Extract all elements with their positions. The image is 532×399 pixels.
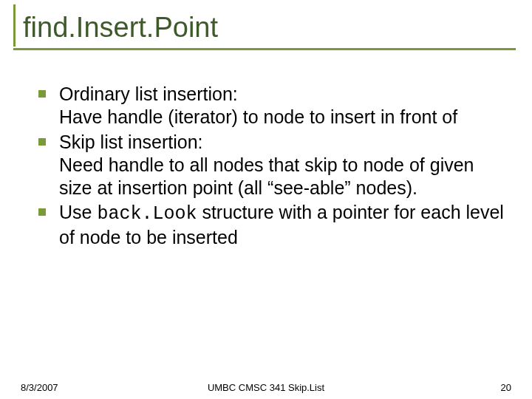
bullet-text: Skip list insertion: Need handle to all … (59, 131, 504, 200)
bullet-item: Skip list insertion: Need handle to all … (38, 131, 504, 200)
bullet-text: Use back.Look structure with a pointer f… (59, 201, 504, 249)
bullet-item: Ordinary list insertion: Have handle (it… (38, 83, 504, 129)
content-area: Ordinary list insertion: Have handle (it… (38, 83, 504, 249)
bullet-pre: Use (59, 202, 97, 222)
slide: find.Insert.Point Ordinary list insertio… (0, 4, 532, 399)
bullet-icon (38, 208, 46, 216)
footer-center: UMBC CMSC 341 Skip.List (0, 382, 532, 393)
bullet-head: Skip list insertion: (59, 132, 203, 152)
bullet-body-text: Have handle (iterator) to node to insert… (59, 106, 457, 127)
footer: 8/3/2007 UMBC CMSC 341 Skip.List 20 (0, 382, 532, 393)
bullet-icon (38, 138, 46, 146)
bullet-icon (38, 90, 46, 98)
title-container: find.Insert.Point (13, 4, 516, 47)
slide-title: find.Insert.Point (23, 12, 516, 44)
bullet-body-text: Need handle to all nodes that skip to no… (59, 154, 474, 198)
bullet-head: Ordinary list insertion: (59, 83, 238, 104)
title-underline (13, 48, 516, 50)
bullet-item: Use back.Look structure with a pointer f… (38, 201, 504, 249)
bullet-text: Ordinary list insertion: Have handle (it… (59, 83, 504, 129)
bullet-code: back.Look (97, 203, 197, 225)
